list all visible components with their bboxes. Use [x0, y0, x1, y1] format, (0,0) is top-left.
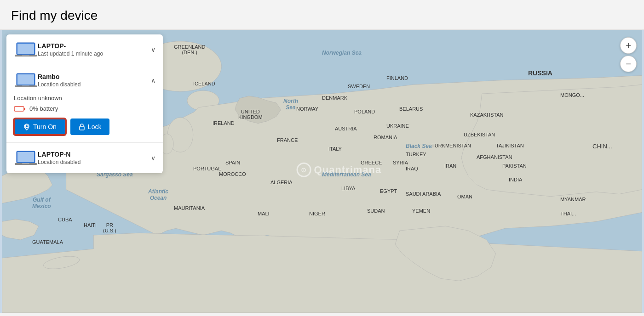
- zoom-out-button[interactable]: −: [620, 56, 637, 72]
- chevron-up-icon-rambo: ∧: [151, 77, 155, 84]
- device-item-laptop2: LAPTOP-N Location disabled ∨: [6, 143, 163, 173]
- device-panel: LAPTOP- Last updated 1 minute ago ∨ R: [6, 34, 163, 173]
- device-info-laptop1: LAPTOP- Last updated 1 minute ago: [38, 42, 151, 57]
- svg-rect-13: [22, 85, 29, 86]
- svg-rect-19: [17, 152, 34, 162]
- device-icon-rambo: [14, 72, 38, 89]
- map-controls: + −: [620, 37, 637, 72]
- page-title: Find my device: [11, 8, 633, 23]
- battery-text: 0% battery: [29, 105, 58, 112]
- device-icon-laptop2: [14, 149, 38, 167]
- device-info-laptop2: LAPTOP-N Location disabled: [38, 151, 151, 165]
- lock-button[interactable]: Lock: [70, 118, 110, 135]
- page-header: Find my device: [0, 0, 644, 30]
- device-item-laptop1: LAPTOP- Last updated 1 minute ago ∨: [6, 34, 163, 65]
- location-unknown-text: Location unknown: [14, 95, 155, 102]
- zoom-in-button[interactable]: +: [620, 37, 637, 54]
- expanded-details-rambo: Location unknown 0% battery: [14, 94, 155, 135]
- turn-on-button[interactable]: Turn On: [14, 118, 66, 135]
- svg-rect-9: [22, 55, 29, 56]
- battery-row: 0% battery: [14, 105, 155, 112]
- device-header-laptop1[interactable]: LAPTOP- Last updated 1 minute ago ∨: [6, 34, 163, 65]
- device-header-rambo[interactable]: Rambo Location disabled ∧: [14, 65, 155, 94]
- svg-rect-21: [22, 163, 29, 164]
- svg-rect-11: [17, 74, 34, 85]
- chevron-down-icon-laptop1: ∨: [151, 46, 155, 53]
- chevron-down-icon-laptop2: ∨: [151, 154, 155, 162]
- svg-point-16: [25, 125, 28, 128]
- svg-rect-15: [24, 108, 25, 110]
- lock-icon: [79, 123, 85, 130]
- content-area: GREENLAND(DEN.) ICELAND NORWAY SWEDEN FI…: [0, 30, 644, 313]
- svg-rect-17: [80, 126, 84, 130]
- device-status-laptop2: Location disabled: [38, 159, 151, 165]
- device-status-rambo: Location disabled: [38, 81, 151, 88]
- svg-rect-7: [17, 44, 34, 54]
- svg-rect-14: [14, 107, 24, 111]
- device-status-laptop1: Last updated 1 minute ago: [38, 51, 151, 57]
- device-item-rambo: Rambo Location disabled ∧ Location unkno…: [6, 65, 163, 143]
- action-buttons-rambo: Turn On Lock: [14, 118, 155, 135]
- device-name-laptop2: LAPTOP-N: [38, 151, 151, 158]
- device-name-laptop1: LAPTOP-: [38, 42, 151, 50]
- device-header-laptop2[interactable]: LAPTOP-N Location disabled ∨: [6, 143, 163, 173]
- battery-icon: [14, 106, 26, 112]
- device-info-rambo: Rambo Location disabled: [38, 73, 151, 88]
- device-name-rambo: Rambo: [38, 73, 151, 80]
- location-icon: [23, 123, 30, 130]
- device-expanded-rambo: Rambo Location disabled ∧ Location unkno…: [6, 65, 163, 142]
- device-icon-laptop1: [14, 41, 38, 58]
